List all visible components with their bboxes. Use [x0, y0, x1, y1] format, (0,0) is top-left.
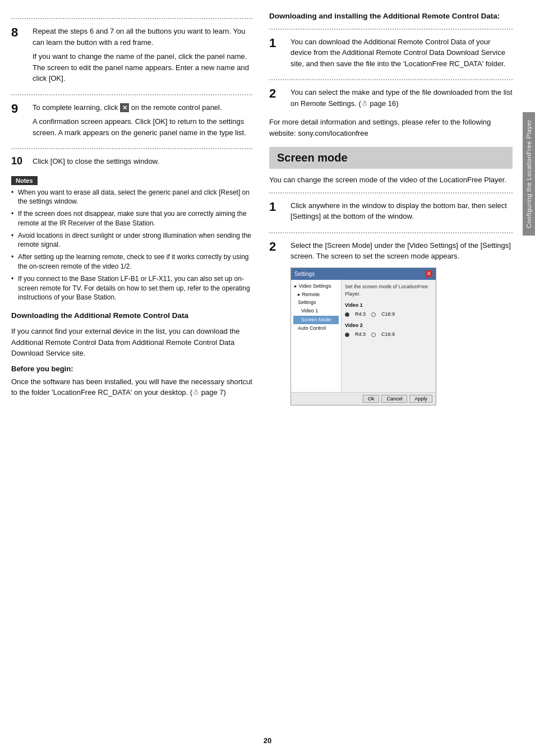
label-16-9-v1: C16:9 [381, 311, 395, 319]
sm-step1-content: Click anywhere in the window to display … [290, 200, 513, 225]
label-4-3-v2: R4:3 [355, 331, 366, 339]
settings-video1-label: Video 1 [345, 302, 432, 310]
left-column: 8 Repeat the steps 6 and 7 on all the bu… [11, 11, 252, 410]
sm-step2-text: Select the [Screen Mode] under the [Vide… [290, 240, 513, 262]
download-install-heading: Downloading and installing the Additiona… [269, 11, 513, 22]
settings-titlebar: Settings ✕ [291, 268, 436, 280]
right-step2-block: 2 You can select the make and type of th… [269, 87, 513, 112]
step8-content: Repeat the steps 6 and 7 on all the butt… [33, 26, 252, 87]
right-step1-num: 1 [269, 36, 286, 73]
right-step2-content: You can select the make and type of the … [290, 87, 513, 112]
right-step1-block: 1 You can download the Additional Remote… [269, 36, 513, 73]
sidebar-tab: Configuring the LocationFree Player [523, 112, 535, 236]
note-item-2: If the screen does not disappear, make s… [11, 209, 252, 228]
sm-step1-num: 1 [269, 200, 286, 225]
note-item-3: Avoid locations in direct sunlight or un… [11, 231, 252, 250]
step8-num: 8 [11, 26, 28, 87]
page-number: 20 [0, 736, 535, 745]
sep-sm-2 [269, 232, 513, 233]
cancel-button[interactable]: Cancel [381, 395, 407, 403]
radio-16-9-v1[interactable] [371, 312, 376, 317]
label-4-3-v1: R4:3 [355, 311, 366, 319]
right-step2-text: You can select the make and type of the … [290, 87, 513, 109]
step10-text: Click [OK] to close the settings window. [33, 156, 252, 167]
sep-before-step8 [11, 18, 252, 19]
step8-text2: If you want to change the name of the pa… [33, 51, 252, 84]
note-item-1: When you want to erase all data, select … [11, 188, 252, 207]
before-begin-heading: Before you begin: [11, 365, 252, 373]
sm-step2-content: Select the [Screen Mode] under the [Vide… [290, 240, 513, 405]
step9-num: 9 [11, 102, 28, 142]
right-step1-content: You can download the Additional Remote C… [290, 36, 513, 73]
sep-before-step10 [11, 148, 252, 149]
right-step1-text: You can download the Additional Remote C… [290, 36, 513, 70]
step9-content: To complete learning, click ✕ on the rem… [33, 102, 252, 142]
notes-list: When you want to erase all data, select … [11, 188, 252, 303]
sm-step2-num: 2 [269, 240, 286, 405]
download-section-body: If you cannot find your external device … [11, 326, 252, 359]
step9-text2: A confirmation screen appears. Click [OK… [33, 116, 252, 138]
sep-ri-2 [269, 79, 513, 80]
settings-main-panel: Set the screen mode of LocationFree Play… [342, 280, 436, 392]
apply-button[interactable]: Apply [409, 395, 432, 403]
settings-screenshot: Settings ✕ ▸ Video Settings ▸ Remote Set… [290, 268, 436, 405]
right-step2-num: 2 [269, 87, 286, 112]
note-item-5: If you connect to the Base Station LF-B1… [11, 274, 252, 302]
screen-mode-intro: You can change the screen mode of the vi… [269, 174, 513, 186]
sm-step1-text: Click anywhere in the window to display … [290, 200, 513, 222]
tree-item-video1[interactable]: Video 1 [293, 307, 339, 316]
screen-mode-banner: Screen mode [269, 147, 513, 169]
footer-text: For more detail information and settings… [269, 117, 513, 139]
download-section-heading: Downloading the Additional Remote Contro… [11, 311, 252, 321]
sm-step1-block: 1 Click anywhere in the window to displa… [269, 200, 513, 225]
sep-sm-1 [269, 192, 513, 193]
note-item-4: After setting up the learning remote, ch… [11, 252, 252, 271]
sep-ri-1 [269, 29, 513, 30]
step10-content: Click [OK] to close the settings window. [33, 156, 252, 170]
label-16-9-v2: C16:9 [381, 331, 395, 339]
step8-block: 8 Repeat the steps 6 and 7 on all the bu… [11, 26, 252, 87]
settings-close-icon[interactable]: ✕ [426, 270, 432, 277]
settings-title-label: Settings [294, 270, 315, 278]
main-content: 8 Repeat the steps 6 and 7 on all the bu… [0, 0, 535, 421]
close-icon: ✕ [120, 103, 129, 112]
tree-item-video-settings[interactable]: ▸ Video Settings [293, 282, 339, 291]
step10-num: 10 [11, 156, 28, 170]
tree-item-remote-settings[interactable]: ▸ Remote Settings [293, 291, 339, 307]
settings-video2-options: R4:3 C16:9 [345, 331, 432, 339]
screen-mode-title: Screen mode [277, 151, 505, 164]
sep-before-step9 [11, 94, 252, 95]
right-column: Downloading and installing the Additiona… [269, 11, 513, 410]
radio-4-3-v1[interactable] [345, 312, 349, 317]
settings-video2-label: Video 2 [345, 322, 432, 330]
notes-title: Notes [11, 176, 38, 185]
tree-item-auto-control[interactable]: Auto Control [293, 324, 339, 333]
step10-block: 10 Click [OK] to close the settings wind… [11, 156, 252, 170]
ok-button[interactable]: Ok [363, 395, 380, 403]
sm-step2-block: 2 Select the [Screen Mode] under the [Vi… [269, 240, 513, 405]
settings-video1-options: R4:3 C16:9 [345, 311, 432, 319]
notes-box: Notes When you want to erase all data, s… [11, 176, 252, 303]
settings-tree: ▸ Video Settings ▸ Remote Settings Video… [291, 280, 342, 392]
settings-footer: Ok Cancel Apply [291, 392, 436, 405]
before-begin-body: Once the software has been installed, yo… [11, 376, 252, 398]
step9-block: 9 To complete learning, click ✕ on the r… [11, 102, 252, 142]
step8-text1: Repeat the steps 6 and 7 on all the butt… [33, 26, 252, 48]
radio-16-9-v2[interactable] [371, 333, 376, 337]
radio-4-3-v2[interactable] [345, 333, 349, 337]
settings-panel-desc: Set the screen mode of LocationFree Play… [345, 283, 432, 298]
tree-item-screen-mode[interactable]: Screen Mode [293, 316, 339, 325]
settings-body: ▸ Video Settings ▸ Remote Settings Video… [291, 280, 436, 392]
step9-text1: To complete learning, click ✕ on the rem… [33, 102, 252, 113]
